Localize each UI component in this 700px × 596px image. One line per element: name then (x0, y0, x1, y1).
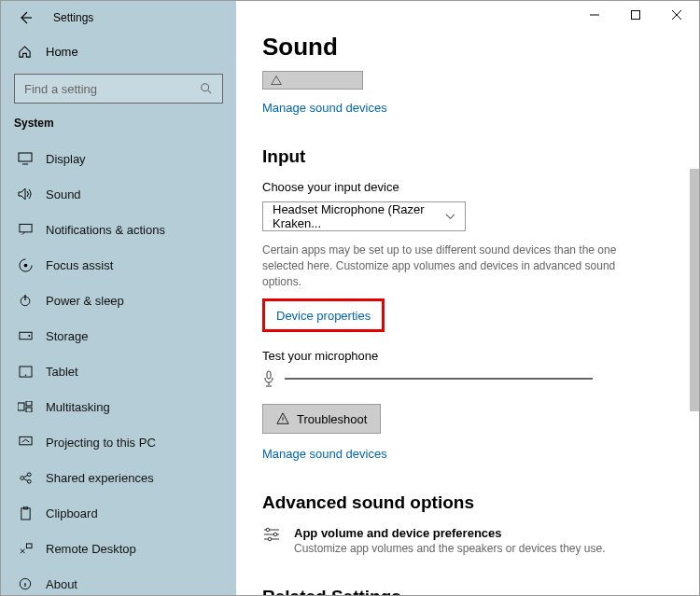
svg-point-3 (23, 263, 27, 267)
nav-home[interactable]: Home (1, 35, 236, 68)
svg-point-14 (27, 472, 31, 476)
svg-rect-1 (19, 153, 32, 161)
sidebar-item-multitasking[interactable]: Multitasking (1, 389, 236, 424)
svg-rect-17 (23, 506, 27, 509)
highlight-annotation: Device properties (262, 298, 385, 332)
sidebar-item-remote[interactable]: Remote Desktop (1, 531, 236, 566)
maximize-button[interactable] (615, 1, 656, 29)
sidebar-label: Tablet (46, 365, 78, 379)
adv-title: App volume and device preferences (294, 526, 606, 540)
adv-desc: Customize app volumes and the speakers o… (294, 542, 606, 555)
svg-point-8 (24, 374, 25, 375)
warning-icon (271, 75, 282, 86)
svg-rect-2 (19, 224, 31, 231)
svg-rect-20 (632, 11, 640, 20)
warning-icon (276, 412, 289, 425)
svg-rect-11 (26, 408, 32, 412)
svg-point-6 (28, 335, 30, 337)
input-description: Certain apps may be set up to use differ… (262, 243, 645, 289)
sidebar-item-about[interactable]: About (1, 566, 236, 595)
sidebar-label: About (46, 577, 77, 591)
sidebar-label: Display (46, 152, 86, 166)
sidebar-label: Storage (46, 329, 89, 343)
sidebar-label: Multitasking (46, 400, 110, 414)
sidebar-item-shared[interactable]: Shared experiences (1, 460, 236, 495)
svg-point-15 (27, 479, 31, 483)
svg-rect-21 (267, 371, 271, 379)
dropdown-value: Headset Microphone (Razer Kraken... (273, 202, 445, 230)
device-properties-link[interactable]: Device properties (276, 309, 371, 323)
sidebar-item-storage[interactable]: Storage (1, 318, 236, 353)
sidebar-item-power[interactable]: Power & sleep (1, 283, 236, 318)
sidebar-label: Focus assist (46, 258, 113, 272)
search-input-container[interactable] (14, 74, 223, 104)
main-panel: Sound Manage sound devices Input Choose … (236, 1, 699, 595)
sidebar-label: Notifications & actions (46, 223, 165, 237)
manage-devices-link-2[interactable]: Manage sound devices (262, 447, 654, 461)
sliders-icon (262, 526, 281, 555)
remote-icon (18, 541, 33, 556)
about-icon (18, 576, 33, 591)
sidebar-item-tablet[interactable]: Tablet (1, 353, 236, 389)
clipboard-icon (18, 506, 33, 520)
power-icon (18, 293, 33, 308)
svg-point-0 (202, 84, 209, 91)
svg-rect-18 (26, 543, 32, 547)
svg-rect-10 (26, 401, 32, 406)
titlebar (236, 1, 699, 29)
sidebar-item-projecting[interactable]: Projecting to this PC (1, 424, 236, 460)
sidebar-item-notifications[interactable]: Notifications & actions (1, 212, 236, 247)
svg-rect-16 (21, 507, 29, 519)
tablet-icon (18, 364, 33, 379)
sidebar-label: Clipboard (46, 506, 98, 520)
input-section-title: Input (262, 146, 654, 167)
svg-point-23 (273, 534, 277, 537)
sidebar-item-focus[interactable]: Focus assist (1, 247, 236, 283)
svg-rect-12 (19, 437, 31, 444)
microphone-icon (262, 370, 275, 387)
svg-rect-9 (18, 403, 24, 410)
sound-icon (18, 187, 33, 201)
chevron-down-icon (445, 214, 455, 220)
test-mic-label: Test your microphone (262, 349, 654, 363)
mic-test-row (262, 370, 654, 387)
advanced-section-title: Advanced sound options (262, 492, 654, 513)
sidebar-item-sound[interactable]: Sound (1, 176, 236, 212)
search-icon (200, 82, 213, 95)
search-input[interactable] (24, 82, 200, 96)
app-volume-row[interactable]: App volume and device preferences Custom… (262, 526, 654, 555)
home-icon (18, 44, 33, 59)
sidebar-label: Shared experiences (46, 471, 154, 485)
sidebar-label: Remote Desktop (46, 542, 136, 556)
related-section-title: Related Settings (262, 587, 654, 595)
svg-point-24 (268, 538, 272, 542)
svg-point-22 (266, 529, 270, 533)
sidebar-label: Power & sleep (46, 294, 124, 308)
notifications-icon (18, 222, 33, 237)
sidebar-label: Sound (46, 187, 81, 201)
mic-level-bar (285, 378, 593, 380)
sidebar-item-display[interactable]: Display (1, 141, 236, 176)
page-title: Sound (262, 33, 654, 62)
scrollbar-thumb[interactable] (690, 169, 699, 411)
sidebar-item-clipboard[interactable]: Clipboard (1, 495, 236, 531)
multitasking-icon (18, 399, 33, 414)
svg-point-13 (20, 476, 23, 479)
close-button[interactable] (656, 1, 697, 29)
choose-input-label: Choose your input device (262, 180, 654, 194)
focus-icon (18, 257, 33, 272)
troubleshoot-button[interactable]: Troubleshoot (262, 404, 381, 434)
storage-icon (18, 328, 33, 343)
input-device-dropdown[interactable]: Headset Microphone (Razer Kraken... (262, 201, 466, 231)
sidebar-label: Projecting to this PC (46, 436, 156, 450)
category-header: System (1, 117, 236, 141)
sidebar: Settings Home System Display Sound Notif… (1, 1, 236, 595)
back-button[interactable] (18, 10, 33, 25)
minimize-button[interactable] (574, 1, 615, 29)
settings-title: Settings (53, 11, 93, 24)
manage-devices-link[interactable]: Manage sound devices (262, 101, 654, 115)
troubleshoot-label: Troubleshoot (297, 412, 367, 426)
nav-home-label: Home (46, 45, 78, 59)
display-icon (18, 151, 33, 166)
output-troubleshoot-clipped[interactable] (262, 71, 363, 90)
